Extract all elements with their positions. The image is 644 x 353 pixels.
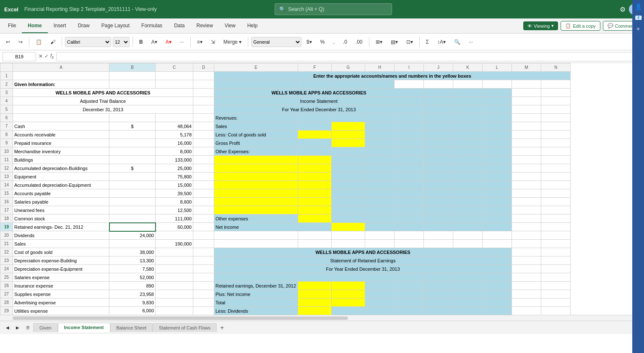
cell-f28[interactable] <box>298 298 332 307</box>
scroll-sheets-left[interactable]: ◀ <box>3 324 13 332</box>
cell-j16[interactable] <box>424 198 453 206</box>
cell-a13[interactable]: Equipment <box>13 173 109 181</box>
cell-e27[interactable]: Plus: Net income <box>214 290 298 298</box>
cell-d13[interactable] <box>193 173 214 181</box>
cell-h15[interactable] <box>365 189 395 198</box>
cell-n2[interactable] <box>541 80 571 89</box>
cell-d25[interactable] <box>193 273 214 282</box>
cell-l25[interactable] <box>483 273 512 282</box>
cell-b4[interactable]: Adjusted Trial Balance <box>13 97 193 105</box>
cell-h18[interactable] <box>365 214 395 223</box>
cell-h27[interactable] <box>365 290 395 298</box>
cell-k7[interactable] <box>453 122 483 131</box>
col-header-g[interactable]: G <box>332 63 365 72</box>
cell-f29[interactable] <box>298 307 332 315</box>
cell-d4[interactable] <box>193 97 214 105</box>
tab-insert[interactable]: Insert <box>48 18 72 33</box>
cell-c1[interactable] <box>156 72 193 80</box>
cell-l14[interactable] <box>483 181 512 189</box>
cell-k14[interactable] <box>453 181 483 189</box>
cell-g10[interactable] <box>332 147 365 156</box>
format-painter-button[interactable]: 🖌 <box>47 37 59 47</box>
cell-c7[interactable]: 48,064 <box>156 122 193 131</box>
cell-g26[interactable] <box>332 282 365 290</box>
cell-d28[interactable] <box>193 298 214 307</box>
col-header-i[interactable]: I <box>395 63 424 72</box>
cell-i2[interactable] <box>395 80 424 89</box>
outlook-icon[interactable]: 📧 <box>635 14 642 21</box>
cell-e16[interactable] <box>214 198 298 206</box>
cell-c18[interactable]: 111,000 <box>156 214 193 223</box>
cell-b8[interactable] <box>109 131 156 139</box>
cell-k12[interactable] <box>453 164 483 173</box>
cell-k19[interactable] <box>453 223 483 231</box>
cell-c2[interactable] <box>156 80 193 89</box>
cell-j7[interactable] <box>424 122 453 131</box>
cell-b6[interactable] <box>109 114 156 122</box>
cell-f25[interactable] <box>298 273 332 282</box>
cell-m2[interactable] <box>512 80 541 89</box>
cell-a12[interactable]: Accumulated depreciation-Buildings <box>13 164 109 173</box>
col-header-h[interactable]: H <box>365 63 395 72</box>
cell-f11[interactable] <box>298 156 332 164</box>
cell-k21[interactable] <box>453 240 483 248</box>
cell-l11[interactable] <box>483 156 512 164</box>
cell-i17[interactable] <box>395 206 424 214</box>
cell-h19[interactable] <box>365 223 395 231</box>
cell-n20[interactable] <box>541 231 571 240</box>
cell-f15[interactable] <box>298 189 332 198</box>
cell-e4[interactable]: Income Statement <box>214 97 424 105</box>
cell-j4[interactable] <box>424 97 453 105</box>
cell-d29[interactable] <box>193 307 214 315</box>
cell-m6[interactable] <box>512 114 541 122</box>
cell-d12[interactable] <box>193 164 214 173</box>
thousands-button[interactable]: , <box>330 37 338 47</box>
cell-e21[interactable] <box>214 240 298 248</box>
increase-decimal-button[interactable]: .0 <box>340 37 351 47</box>
cell-n23[interactable] <box>541 256 571 265</box>
scroll-sheets-right[interactable]: ▶ <box>13 324 23 332</box>
cell-n29[interactable] <box>541 307 571 315</box>
cell-e28[interactable]: Total <box>214 298 298 307</box>
cell-b21[interactable] <box>109 240 156 248</box>
cell-h20[interactable] <box>365 231 395 240</box>
cell-n21[interactable] <box>541 240 571 248</box>
cell-i14[interactable] <box>395 181 424 189</box>
col-header-l[interactable]: L <box>483 63 512 72</box>
cell-l16[interactable] <box>483 198 512 206</box>
cell-e12[interactable] <box>214 164 298 173</box>
tab-formulas[interactable]: Formulas <box>135 18 168 33</box>
cell-g20[interactable] <box>332 231 365 240</box>
cell-a10[interactable]: Merchandise inventory <box>13 147 109 156</box>
cell-m28[interactable] <box>512 298 541 307</box>
cell-l4[interactable] <box>483 97 512 105</box>
cell-f18[interactable] <box>298 214 332 223</box>
cell-m8[interactable] <box>512 131 541 139</box>
cell-d24[interactable] <box>193 265 214 273</box>
cell-a29[interactable]: Utilities expense <box>13 307 109 315</box>
cell-e15[interactable] <box>214 189 298 198</box>
cell-j25[interactable] <box>424 273 453 282</box>
sum-button[interactable]: Σ <box>423 37 432 47</box>
cell-m11[interactable] <box>512 156 541 164</box>
col-header-e[interactable]: E <box>214 63 298 72</box>
cell-b18[interactable] <box>109 214 156 223</box>
cell-m12[interactable] <box>512 164 541 173</box>
cell-b10[interactable] <box>109 147 156 156</box>
cell-reference[interactable] <box>3 52 36 61</box>
cell-d3[interactable] <box>193 89 214 97</box>
cell-m22[interactable] <box>512 248 541 256</box>
cell-f13[interactable] <box>298 173 332 181</box>
cell-a14[interactable]: Accumulated depreciation-Equipment <box>13 181 109 189</box>
sheet-tab-income-statement[interactable]: Income Statement <box>58 323 110 332</box>
cell-h26[interactable] <box>365 282 395 290</box>
cell-a28[interactable]: Advertising expense <box>13 298 109 307</box>
viewing-button[interactable]: 👁 Viewing ▾ <box>523 21 558 30</box>
cell-a16[interactable]: Salaries payable <box>13 198 109 206</box>
cell-e24[interactable]: For Year Ended December 31, 2013 <box>214 265 512 273</box>
cell-a18[interactable]: Common stock <box>13 214 109 223</box>
cell-h21[interactable] <box>365 240 395 248</box>
cell-l26[interactable] <box>483 282 512 290</box>
font-family-select[interactable]: Calibri <box>65 37 111 47</box>
cell-m25[interactable] <box>512 273 541 282</box>
